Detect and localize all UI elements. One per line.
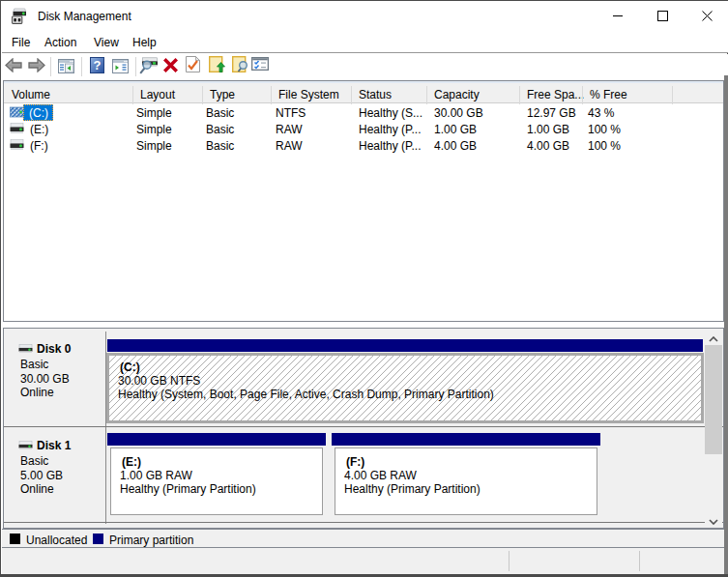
svg-text:?: ? xyxy=(94,58,102,72)
